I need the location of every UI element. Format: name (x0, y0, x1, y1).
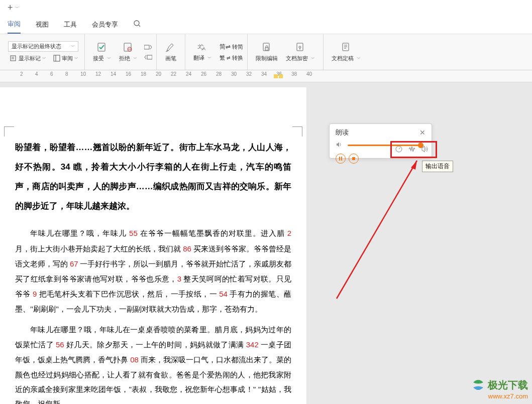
close-icon[interactable]: ✕ (419, 128, 425, 137)
paragraph-2[interactable]: 年味儿在哪里？哦，年味儿 55 在爷爷一幅幅笔墨飘香的对联里。进入腊 2 月，街… (15, 226, 291, 317)
ruler-tick: 2 (20, 71, 23, 77)
restrict-edit-button[interactable]: 限制编辑 (252, 42, 282, 62)
horizontal-ruler[interactable]: // ruler rendered below with JS after da… (0, 70, 532, 82)
changes-group: 接受﹀ 拒绝﹀ (85, 34, 157, 70)
document-area: 盼望着，盼望着……翘首以盼的新年近了。街市上车水马龙，人山人海，好不热闹。34 … (0, 82, 532, 404)
paragraph-3[interactable]: 年味儿在哪里？哦，年味儿在一桌桌香喷喷的菜肴里。腊月底，妈妈为过年的饭菜忙活了 … (15, 323, 291, 404)
convert-button[interactable]: 繁⇌ 转换 (220, 54, 243, 62)
show-markup-button[interactable]: 显示标记 ﹀ (8, 54, 48, 63)
ruler-tick: 32 (246, 71, 252, 77)
reader-title: 朗读 (336, 128, 349, 137)
review-pane-button[interactable]: 审阅 ﹀ (51, 54, 80, 63)
tracked-number: 342 (246, 340, 259, 349)
svg-line-29 (337, 161, 417, 299)
translate-group: 文A 翻译﹀ 简⇌ 转简 繁⇌ 转换 (185, 34, 248, 70)
ruler-tick: 24 (186, 71, 191, 77)
ruler-tick: 8 (65, 71, 68, 77)
chevron-down-icon: ﹀ (357, 56, 361, 61)
ruler-tick: 12 (95, 71, 101, 77)
menu-bar: 审阅 视图 工具 会员专享 (0, 15, 532, 34)
svg-rect-5 (54, 55, 60, 61)
title-bar: + ﹀ (0, 0, 532, 15)
reject-button[interactable]: 拒绝﹀ (115, 42, 141, 62)
document-page[interactable]: 盼望着，盼望着……翘首以盼的新年近了。街市上车水马龙，人山人海，好不热闹。34 … (0, 87, 306, 404)
svg-rect-7 (98, 43, 105, 51)
ruler-tick: 30 (231, 71, 237, 77)
logo-icon (471, 377, 486, 392)
search-icon[interactable] (133, 20, 141, 29)
tracked-number: 54 (219, 290, 228, 298)
tracked-number: 2 (287, 229, 291, 237)
show-markup-label: 显示标记 (19, 55, 41, 62)
tracked-number: 08 (130, 355, 139, 364)
pen-label: 画笔 (165, 55, 176, 62)
accept-button[interactable]: 接受﹀ (89, 42, 115, 62)
ruler-tick: 22 (171, 71, 176, 77)
tab-tools[interactable]: 工具 (64, 15, 77, 34)
ruler-tick: 18 (141, 71, 146, 77)
watermark-logo: 极光下载 www.xz7.com (471, 377, 528, 400)
tab-review[interactable]: 审阅 (8, 15, 21, 34)
ruler-indent-marker[interactable] (279, 74, 283, 78)
page-wrapper: 盼望着，盼望着……翘首以盼的新年近了。街市上车水马龙，人山人海，好不热闹。34 … (0, 82, 331, 404)
ribbon-toolbar: 显示标记的最终状态 ﹀ 显示标记 ﹀ 审阅 ﹀ 接受﹀ (0, 34, 532, 70)
tracked-number: 55 (129, 229, 138, 237)
pen-button[interactable]: 画笔 (161, 42, 181, 62)
ruler-tick: 4 (35, 71, 38, 77)
markup-status-label: 显示标记的最终状态 (12, 43, 61, 50)
chevron-down-icon: ﹀ (74, 56, 78, 61)
doc-encrypt-button[interactable]: 文档加密﹀ (282, 42, 319, 62)
paragraph-1[interactable]: 盼望着，盼望着……翘首以盼的新年近了。街市上车水马龙，人山人海，好不热闹。34 … (15, 138, 291, 216)
chevron-down-icon: ﹀ (133, 56, 137, 61)
new-doc-dropdown[interactable]: ﹀ (15, 5, 19, 11)
margin-corner-tl (4, 126, 14, 137)
svg-rect-12 (147, 55, 152, 59)
tab-view[interactable]: 视图 (36, 15, 49, 34)
markup-status-dropdown[interactable]: 显示标记的最终状态 ﹀ (8, 41, 78, 52)
tracked-number: 3 (177, 275, 181, 283)
ruler-tick: 20 (156, 71, 161, 77)
annotation-highlight-box (390, 141, 437, 158)
simp-char: 简⇌ (220, 43, 231, 51)
ruler-tick: 6 (50, 71, 53, 77)
margin-corner-tr (292, 126, 302, 137)
ruler-indent-marker[interactable] (274, 74, 278, 78)
doc-encrypt-label: 文档加密 (286, 55, 308, 62)
svg-line-1 (139, 25, 140, 27)
ruler-tick: 16 (126, 71, 131, 77)
ruler-tick: 26 (201, 71, 206, 77)
chevron-down-icon: ﹀ (71, 44, 75, 49)
ruler-tick: 14 (111, 71, 116, 77)
next-change-icon[interactable] (144, 54, 152, 60)
tracked-number: 56 (56, 340, 64, 349)
ruler-tick: 40 (306, 71, 312, 77)
ruler-tick: 10 (80, 71, 86, 77)
translate-button[interactable]: 文A 翻译﹀ (189, 42, 216, 62)
logo-url: www.xz7.com (488, 392, 528, 400)
chevron-down-icon: ﹀ (42, 56, 46, 61)
tracked-number: 86 (183, 244, 191, 253)
svg-rect-16 (265, 48, 268, 50)
convert-label: 转换 (232, 54, 243, 62)
tab-member[interactable]: 会员专享 (92, 15, 118, 34)
accept-label: 接受 (93, 55, 104, 62)
zhuanjian-label: 转简 (232, 43, 243, 51)
ruler-tick: 38 (291, 71, 297, 77)
prev-change-icon[interactable] (144, 44, 152, 50)
logo-text: 极光下载 (488, 378, 528, 392)
svg-rect-11 (144, 45, 149, 49)
protect-group: 限制编辑 文档加密﹀ (248, 34, 324, 70)
chevron-down-icon: ﹀ (207, 55, 211, 61)
trad-char: 繁 (220, 54, 225, 62)
new-doc-icon[interactable]: + (8, 3, 13, 13)
draft-group: 文档定稿﹀ (324, 34, 369, 70)
restrict-edit-label: 限制编辑 (256, 55, 278, 62)
translate-label: 翻译 (193, 54, 204, 62)
markup-group: 显示标记的最终状态 ﹀ 显示标记 ﹀ 审阅 ﹀ (4, 34, 85, 70)
volume-icon (336, 141, 343, 150)
doc-draft-button[interactable]: 文档定稿﹀ (328, 42, 365, 62)
annotation-arrow (332, 156, 432, 301)
simp-trad-button[interactable]: 简⇌ 转简 (220, 43, 243, 51)
svg-rect-2 (11, 56, 16, 61)
chevron-down-icon: ﹀ (311, 56, 315, 61)
